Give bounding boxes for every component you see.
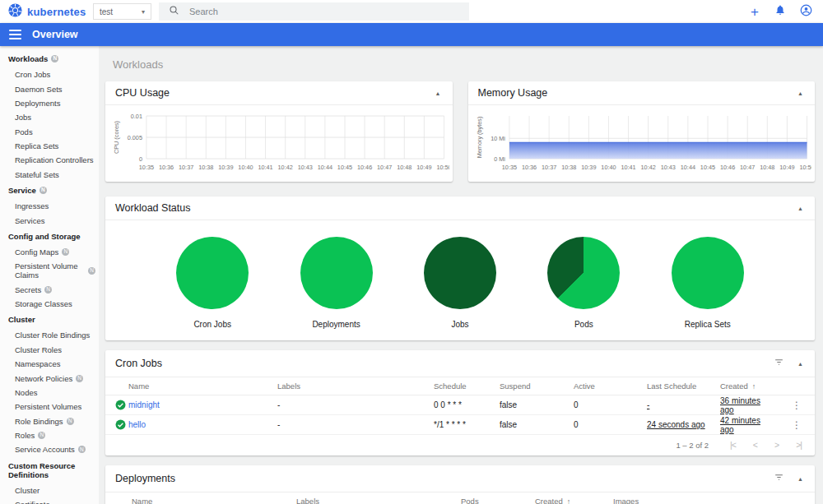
sidebar-item-nodes[interactable]: Nodes bbox=[0, 386, 99, 400]
pie-chart-label: Replica Sets bbox=[685, 320, 731, 329]
sidebar-item-secrets[interactable]: SecretsN bbox=[0, 283, 99, 297]
notifications-button[interactable] bbox=[773, 4, 788, 19]
column-header-labels[interactable]: Labels bbox=[277, 381, 434, 391]
filter-button[interactable] bbox=[774, 471, 784, 486]
workload-status-pie-replica-sets: Replica Sets bbox=[672, 237, 744, 329]
sidebar-item-pods[interactable]: Pods bbox=[0, 125, 99, 139]
top-bar: kubernetes test ▾ + bbox=[0, 0, 823, 23]
sidebar-section-workloads[interactable]: WorkloadsN bbox=[0, 50, 99, 67]
sidebar-item-cluster-role-bindings[interactable]: Cluster Role Bindings bbox=[0, 328, 99, 342]
collapse-caret-icon[interactable]: ▲ bbox=[434, 89, 443, 98]
app-bar: Overview bbox=[0, 23, 823, 46]
svg-text:10:46: 10:46 bbox=[357, 164, 372, 171]
pie-chart-deployments bbox=[300, 237, 373, 309]
section-label: Custom Resource Definitions bbox=[8, 461, 95, 479]
sidebar-item-label: Cron Jobs bbox=[15, 70, 50, 79]
sidebar-item-label: Deployments bbox=[15, 99, 60, 108]
sidebar-item-daemon-sets[interactable]: Daemon Sets bbox=[0, 81, 99, 95]
sidebar-item-role-bindings[interactable]: Role BindingsN bbox=[0, 414, 99, 428]
cpu-usage-chart: 10:3510:3610:3710:3810:3910:4010:4110:42… bbox=[105, 105, 453, 182]
table-header-row: NameLabelsScheduleSuspendActiveLast Sche… bbox=[105, 377, 815, 395]
svg-text:0.01: 0.01 bbox=[131, 113, 142, 120]
sidebar-item-cluster[interactable]: Cluster bbox=[0, 483, 99, 497]
row-actions-menu-button[interactable]: ⋮ bbox=[788, 400, 805, 411]
column-header-schedule[interactable]: Schedule bbox=[434, 381, 500, 391]
sidebar-item-jobs[interactable]: Jobs bbox=[0, 110, 99, 124]
row-actions-menu-button[interactable]: ⋮ bbox=[788, 419, 805, 431]
namespaced-badge: N bbox=[44, 286, 52, 294]
section-label: Service bbox=[8, 186, 36, 195]
collapse-caret-icon[interactable]: ▲ bbox=[796, 474, 805, 483]
create-resource-button[interactable]: + bbox=[747, 4, 762, 19]
column-header-last-schedule[interactable]: Last Schedule bbox=[647, 381, 720, 391]
main-layout: WorkloadsNCron JobsDaemon SetsDeployment… bbox=[0, 46, 823, 504]
svg-text:10:49: 10:49 bbox=[779, 164, 794, 171]
account-button[interactable] bbox=[798, 4, 813, 19]
sidebar-item-cluster-roles[interactable]: Cluster Roles bbox=[0, 343, 99, 357]
sidebar-item-label: Service Accounts bbox=[15, 445, 75, 454]
column-header-name[interactable]: Name bbox=[128, 381, 277, 391]
previous-page-button[interactable]: < bbox=[753, 440, 757, 450]
sidebar-item-label: Roles bbox=[15, 431, 35, 440]
status-ok-icon bbox=[115, 419, 128, 430]
column-header-labels[interactable]: Labels bbox=[296, 497, 461, 504]
svg-text:10:37: 10:37 bbox=[542, 164, 556, 171]
sidebar-item-persistent-volume-claims[interactable]: Persistent Volume ClaimsN bbox=[0, 259, 99, 282]
sidebar-section-cluster[interactable]: Cluster bbox=[0, 311, 99, 328]
last-page-button[interactable]: >| bbox=[796, 440, 802, 450]
namespaced-badge: N bbox=[88, 267, 95, 275]
column-header-created[interactable]: Created↑ bbox=[535, 497, 613, 504]
sidebar-item-label: Daemon Sets bbox=[15, 85, 63, 94]
column-header-created[interactable]: Created↑ bbox=[720, 381, 775, 391]
kubernetes-logo: kubernetes bbox=[0, 3, 93, 21]
sidebar-item-replication-controllers[interactable]: Replication Controllers bbox=[0, 153, 99, 167]
sidebar-item-stateful-sets[interactable]: Stateful Sets bbox=[0, 168, 99, 182]
filter-button[interactable] bbox=[774, 356, 784, 371]
first-page-button[interactable]: |< bbox=[730, 440, 736, 450]
search-bar[interactable] bbox=[159, 2, 469, 21]
cell-name[interactable]: hello bbox=[128, 420, 277, 429]
sidebar-item-storage-classes[interactable]: Storage Classes bbox=[0, 297, 99, 311]
column-header-images[interactable]: Images bbox=[613, 497, 775, 504]
sidebar-item-network-policies[interactable]: Network PoliciesN bbox=[0, 371, 99, 385]
sidebar-item-label: Services bbox=[15, 216, 44, 225]
column-header-name[interactable]: Name bbox=[132, 497, 296, 504]
sidebar-item-label: Role Bindings bbox=[15, 417, 63, 426]
namespaced-badge: N bbox=[62, 248, 69, 256]
column-header-suspend[interactable]: Suspend bbox=[500, 381, 574, 391]
column-header-active[interactable]: Active bbox=[574, 381, 647, 391]
collapse-caret-icon[interactable]: ▲ bbox=[796, 89, 805, 98]
sidebar-item-service-accounts[interactable]: Service AccountsN bbox=[0, 442, 99, 456]
sidebar-item-namespaces[interactable]: Namespaces bbox=[0, 357, 99, 371]
sidebar-item-replica-sets[interactable]: Replica Sets bbox=[0, 139, 99, 153]
workload-status-pie-deployments: Deployments bbox=[300, 237, 373, 329]
collapse-caret-icon[interactable]: ▲ bbox=[796, 359, 805, 368]
sidebar-section-custom-resource-definitions[interactable]: Custom Resource Definitions bbox=[0, 457, 99, 483]
menu-button[interactable] bbox=[9, 30, 21, 39]
pie-chart-label: Cron Jobs bbox=[193, 320, 231, 329]
sidebar-section-service[interactable]: ServiceN bbox=[0, 182, 99, 199]
sidebar-item-roles[interactable]: RolesN bbox=[0, 428, 99, 442]
sidebar-item-services[interactable]: Services bbox=[0, 213, 99, 227]
namespaced-badge: N bbox=[78, 446, 86, 453]
search-input[interactable] bbox=[189, 7, 459, 16]
sidebar-item-cron-jobs[interactable]: Cron Jobs bbox=[0, 67, 99, 81]
sidebar-section-config-and-storage[interactable]: Config and Storage bbox=[0, 228, 99, 245]
namespace-selector[interactable]: test ▾ bbox=[93, 3, 151, 20]
sidebar-item-ingresses[interactable]: Ingresses bbox=[0, 199, 99, 213]
cell-labels: - bbox=[277, 400, 434, 409]
next-page-button[interactable]: > bbox=[774, 440, 779, 450]
topbar-actions: + bbox=[747, 4, 823, 19]
sidebar-item-config-maps[interactable]: Config MapsN bbox=[0, 245, 99, 259]
sidebar-item-certificate[interactable]: Certificate bbox=[0, 497, 99, 504]
cell-name[interactable]: midnight bbox=[128, 400, 277, 409]
svg-text:10:38: 10:38 bbox=[198, 164, 213, 171]
sidebar-nav: WorkloadsNCron JobsDaemon SetsDeployment… bbox=[0, 46, 99, 504]
column-header-pods[interactable]: Pods bbox=[461, 497, 535, 504]
sidebar-item-deployments[interactable]: Deployments bbox=[0, 96, 99, 110]
svg-text:0: 0 bbox=[139, 155, 142, 163]
collapse-caret-icon[interactable]: ▲ bbox=[796, 204, 805, 213]
svg-text:10:36: 10:36 bbox=[159, 164, 174, 171]
cell-last-schedule: - bbox=[647, 400, 720, 409]
sidebar-item-persistent-volumes[interactable]: Persistent Volumes bbox=[0, 400, 99, 414]
